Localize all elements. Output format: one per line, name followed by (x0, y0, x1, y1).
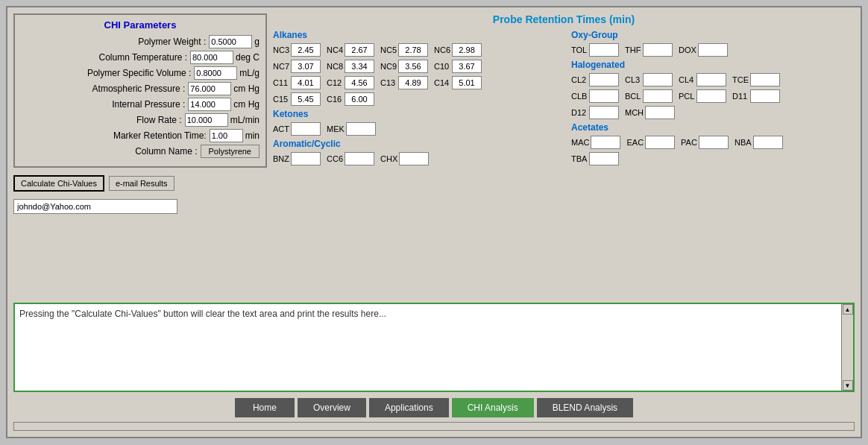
mac-input[interactable] (591, 136, 620, 149)
thf-label: THF (625, 45, 641, 54)
c12-label: C12 (327, 78, 343, 87)
atm-pressure-input[interactable] (188, 82, 231, 95)
cc6-input[interactable] (345, 152, 374, 165)
mek-input[interactable] (346, 122, 376, 136)
c11-input[interactable] (291, 76, 321, 89)
tce-input[interactable] (750, 73, 780, 86)
cl4-cell: CL4 (679, 73, 726, 86)
scrollbar-down-button[interactable]: ▼ (843, 380, 853, 391)
dox-input[interactable] (698, 43, 728, 57)
thf-input[interactable] (643, 43, 673, 57)
nc6-input[interactable] (452, 43, 482, 57)
c12-input[interactable] (345, 76, 374, 89)
tol-input[interactable] (589, 43, 619, 57)
c10-input[interactable] (452, 60, 482, 73)
buttons-row: Calculate Chi-Values e-mail Results (13, 175, 267, 192)
nc8-label: NC8 (327, 62, 343, 71)
blend-analysis-nav-button[interactable]: BLEND Analysis (537, 398, 633, 417)
nc5-cell: NC5 (380, 43, 428, 57)
probe-left-section: Alkanes NC3 NC4 NC5 (273, 30, 556, 168)
polymer-weight-input[interactable] (209, 35, 252, 48)
alkanes-row2: NC7 NC8 NC9 C10 (273, 60, 556, 73)
halo-row1: CL2 CL3 CL4 TCE (571, 73, 855, 86)
d11-input[interactable] (750, 89, 780, 103)
c13-cell: C13 (380, 76, 428, 89)
pcl-input[interactable] (696, 89, 726, 103)
polymer-specific-input[interactable] (194, 66, 237, 80)
act-label: ACT (273, 124, 289, 133)
c14-input[interactable] (452, 76, 482, 89)
nc9-input[interactable] (398, 60, 428, 73)
bnz-input[interactable] (291, 152, 321, 165)
pcl-label: PCL (679, 92, 695, 101)
internal-pressure-label: Internal Pressure : (112, 99, 185, 110)
nba-input[interactable] (753, 136, 783, 149)
c16-input[interactable] (345, 92, 374, 106)
nc5-input[interactable] (398, 43, 428, 57)
tba-input[interactable] (589, 152, 619, 165)
c15-input[interactable] (291, 92, 321, 106)
column-name-button[interactable]: Polystyrene (201, 145, 260, 158)
cl3-cell: CL3 (625, 73, 673, 86)
c14-label: C14 (434, 78, 450, 87)
dox-label: DOX (679, 45, 696, 54)
applications-nav-button[interactable]: Applications (369, 398, 449, 417)
nc4-input[interactable] (345, 43, 374, 57)
column-temp-input[interactable] (190, 51, 233, 64)
bcl-input[interactable] (643, 89, 673, 103)
nc7-input[interactable] (291, 60, 321, 73)
d12-cell: D12 (571, 106, 619, 119)
email-input[interactable] (13, 199, 177, 214)
probe-right-section: Oxy-Group TOL THF DOX (571, 30, 855, 168)
calculate-chi-button[interactable]: Calculate Chi-Values (13, 175, 104, 192)
eac-input[interactable] (645, 136, 675, 149)
column-temp-unit: deg C (236, 52, 260, 63)
flow-rate-unit: mL/min (230, 115, 260, 125)
marker-retention-row: Marker Retention Time: min (21, 129, 260, 142)
tce-cell: TCE (732, 73, 780, 86)
home-nav-button[interactable]: Home (235, 398, 295, 417)
cl4-input[interactable] (696, 73, 726, 86)
cl2-cell: CL2 (571, 73, 619, 86)
ketones-label: Ketones (273, 109, 556, 119)
nc5-label: NC5 (380, 45, 397, 54)
internal-pressure-input[interactable] (188, 98, 231, 111)
oxy-group-label: Oxy-Group (571, 30, 855, 40)
flow-rate-label: Flow Rate : (136, 115, 182, 125)
mek-cell: MEK (327, 122, 376, 136)
chx-cell: CHX (380, 152, 429, 165)
marker-retention-input[interactable] (210, 129, 243, 142)
nc8-input[interactable] (345, 60, 374, 73)
chx-input[interactable] (399, 152, 429, 165)
pac-input[interactable] (699, 136, 729, 149)
atm-pressure-row: Atmospheric Pressure : cm Hg (21, 82, 260, 95)
cl3-input[interactable] (643, 73, 673, 86)
cl4-label: CL4 (679, 75, 695, 84)
nc7-cell: NC7 (273, 60, 321, 73)
marker-retention-unit: min (245, 130, 260, 141)
nc8-cell: NC8 (327, 60, 374, 73)
c13-input[interactable] (398, 76, 428, 89)
results-text: Pressing the "Calculate Chi-Values" butt… (19, 309, 849, 319)
nc3-input[interactable] (291, 43, 321, 57)
chi-analysis-nav-button[interactable]: CHI Analysis (452, 398, 534, 417)
scrollbar-up-button[interactable]: ▲ (843, 304, 853, 315)
d12-input[interactable] (589, 106, 619, 119)
cl2-label: CL2 (571, 75, 588, 84)
act-input[interactable] (291, 122, 321, 136)
main-container: CHI Parameters Polymer Weight : g Column… (6, 6, 862, 438)
tce-label: TCE (732, 75, 749, 84)
mch-input[interactable] (645, 106, 675, 119)
cl2-input[interactable] (589, 73, 619, 86)
ketones-row1: ACT MEK (273, 122, 556, 136)
vertical-scrollbar[interactable]: ▲ ▼ (841, 304, 853, 391)
overview-nav-button[interactable]: Overview (298, 398, 366, 417)
top-section: CHI Parameters Polymer Weight : g Column… (13, 13, 855, 298)
flow-rate-input[interactable] (185, 113, 228, 127)
polymer-weight-label: Polymer Weight : (138, 37, 206, 47)
clb-cell: CLB (571, 89, 619, 103)
pac-label: PAC (681, 138, 697, 147)
horizontal-scrollbar[interactable] (13, 422, 855, 431)
email-results-button[interactable]: e-mail Results (109, 176, 174, 191)
clb-input[interactable] (589, 89, 619, 103)
